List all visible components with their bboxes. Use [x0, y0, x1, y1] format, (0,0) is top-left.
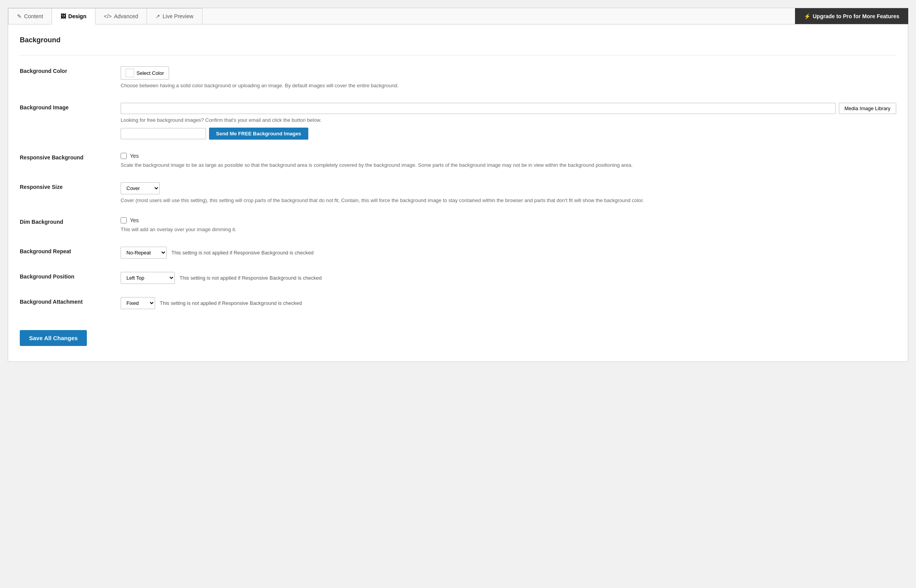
color-swatch	[126, 69, 134, 77]
tab-design-label: Design	[68, 13, 86, 19]
background-repeat-note: This setting is not applied if Responsiv…	[171, 250, 313, 256]
background-color-row: Background Color Select Color Choose bet…	[20, 66, 896, 90]
tab-advanced-label: Advanced	[114, 13, 138, 19]
dim-background-checkbox-label: Yes	[130, 217, 139, 223]
responsive-size-select[interactable]: Cover Contain	[121, 182, 160, 194]
responsive-background-checkbox[interactable]	[121, 153, 127, 159]
background-attachment-note: This setting is not applied if Responsiv…	[160, 300, 302, 306]
background-attachment-control: Fixed Scroll This setting is not applied…	[121, 297, 896, 309]
background-repeat-label: Background Repeat	[20, 247, 121, 254]
dim-background-checkbox-row: Yes	[121, 217, 896, 223]
content-icon: ✎	[17, 13, 22, 19]
dim-background-row: Dim Background Yes This will add an over…	[20, 217, 896, 233]
background-position-label: Background Position	[20, 272, 121, 280]
background-attachment-row: Background Attachment Fixed Scroll This …	[20, 297, 896, 309]
background-attachment-label: Background Attachment	[20, 297, 121, 305]
background-repeat-row: Background Repeat No-Repeat Repeat Repea…	[20, 247, 896, 259]
free-images-button-label: Send Me FREE Background Images	[216, 131, 301, 137]
section-title: Background	[20, 36, 896, 44]
background-repeat-control: No-Repeat Repeat Repeat-X Repeat-Y This …	[121, 247, 896, 259]
dim-background-checkbox[interactable]	[121, 217, 127, 223]
responsive-background-checkbox-row: Yes	[121, 153, 896, 159]
free-images-row: Send Me FREE Background Images	[121, 128, 896, 140]
live-preview-icon: ↗	[156, 13, 160, 19]
send-free-images-button[interactable]: Send Me FREE Background Images	[209, 128, 308, 140]
responsive-size-row: Responsive Size Cover Contain Cover (mos…	[20, 182, 896, 204]
tab-advanced[interactable]: </> Advanced	[95, 8, 147, 24]
library-button-label: Media Image Library	[845, 105, 891, 111]
background-attachment-select-row: Fixed Scroll This setting is not applied…	[121, 297, 896, 309]
tab-upgrade-label: Upgrade to Pro for More Features	[813, 13, 899, 19]
responsive-size-control: Cover Contain Cover (most users will use…	[121, 182, 896, 204]
media-image-library-button[interactable]: Media Image Library	[839, 103, 897, 114]
tabs-bar: ✎ Content 🖼 Design </> Advanced ↗ Live P…	[8, 8, 908, 24]
save-button-label: Save All Changes	[29, 335, 78, 341]
image-input-row: Media Image Library	[121, 103, 896, 114]
background-position-select[interactable]: Left Top Left Center Left Bottom Center …	[121, 272, 175, 284]
page-wrapper: ✎ Content 🖼 Design </> Advanced ↗ Live P…	[8, 8, 908, 362]
background-color-control: Select Color Choose between having a sol…	[121, 66, 896, 90]
background-color-description: Choose between having a solid color back…	[121, 82, 896, 90]
background-image-input[interactable]	[121, 103, 836, 114]
responsive-size-select-row: Cover Contain	[121, 182, 896, 194]
background-repeat-select[interactable]: No-Repeat Repeat Repeat-X Repeat-Y	[121, 247, 167, 259]
background-repeat-select-row: No-Repeat Repeat Repeat-X Repeat-Y This …	[121, 247, 896, 259]
tab-live-preview[interactable]: ↗ Live Preview	[147, 8, 202, 24]
advanced-icon: </>	[104, 13, 112, 19]
responsive-background-control: Yes Scale the background image to be as …	[121, 153, 896, 169]
dim-background-description: This will add an overlay over your image…	[121, 226, 896, 233]
email-input[interactable]	[121, 128, 206, 139]
background-image-control: Media Image Library Looking for free bac…	[121, 103, 896, 140]
section-divider	[20, 55, 896, 55]
dim-background-control: Yes This will add an overlay over your i…	[121, 217, 896, 233]
save-all-changes-button[interactable]: Save All Changes	[20, 330, 87, 346]
background-image-row: Background Image Media Image Library Loo…	[20, 103, 896, 140]
select-color-button[interactable]: Select Color	[121, 66, 169, 80]
upgrade-icon: ⚡	[804, 13, 811, 19]
background-position-row: Background Position Left Top Left Center…	[20, 272, 896, 284]
select-color-label: Select Color	[137, 70, 164, 76]
free-images-description: Looking for free background images? Conf…	[121, 116, 896, 124]
tab-upgrade[interactable]: ⚡ Upgrade to Pro for More Features	[795, 8, 908, 24]
responsive-background-label: Responsive Background	[20, 153, 121, 161]
background-image-label: Background Image	[20, 103, 121, 111]
tab-content-label: Content	[24, 13, 43, 19]
background-position-control: Left Top Left Center Left Bottom Center …	[121, 272, 896, 284]
responsive-size-description: Cover (most users will use this setting)…	[121, 197, 896, 204]
background-attachment-select[interactable]: Fixed Scroll	[121, 297, 155, 309]
content-area: Background Background Color Select Color…	[8, 24, 908, 361]
background-color-label: Background Color	[20, 66, 121, 74]
background-position-note: This setting is not applied if Responsiv…	[180, 275, 321, 281]
design-icon: 🖼	[60, 13, 66, 19]
responsive-background-description: Scale the background image to be as larg…	[121, 161, 896, 169]
responsive-size-label: Responsive Size	[20, 182, 121, 190]
responsive-background-checkbox-label: Yes	[130, 153, 139, 159]
background-position-select-row: Left Top Left Center Left Bottom Center …	[121, 272, 896, 284]
dim-background-label: Dim Background	[20, 217, 121, 225]
tab-design[interactable]: 🖼 Design	[52, 8, 95, 24]
tab-content[interactable]: ✎ Content	[8, 8, 52, 24]
responsive-background-row: Responsive Background Yes Scale the back…	[20, 153, 896, 169]
tab-live-preview-label: Live Preview	[162, 13, 193, 19]
